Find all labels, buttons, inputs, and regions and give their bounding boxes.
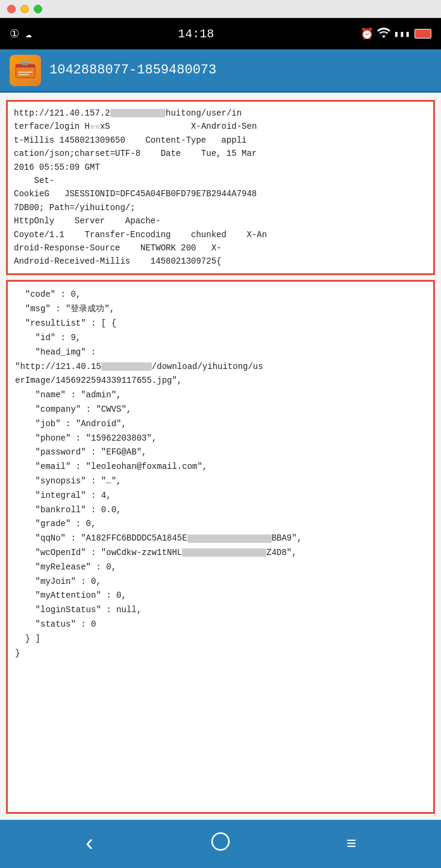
json-status: "status" : 0 bbox=[15, 618, 426, 632]
json-integral: "integral" : 4, bbox=[15, 489, 426, 503]
redacted-wcopenid bbox=[182, 548, 266, 557]
json-code: "code" : 0, bbox=[15, 288, 426, 302]
svg-rect-3 bbox=[18, 74, 29, 75]
svg-rect-5 bbox=[21, 61, 30, 63]
json-head-img-label: "head_img" : bbox=[15, 346, 426, 360]
app-header: 1042888077-1859480073 bbox=[0, 49, 441, 93]
svg-point-6 bbox=[212, 833, 229, 850]
json-name: "name" : "admin", bbox=[15, 388, 426, 403]
redacted-url-1 bbox=[110, 109, 166, 117]
http-line-2: terface/login H☆☆xS X-Android-Sen bbox=[14, 120, 427, 133]
json-email: "email" : "leoleohan@foxmail.com", bbox=[15, 460, 426, 474]
json-end-brace: } bbox=[15, 646, 426, 661]
http-line-12: Android-Received-Millis 1458021309725{ bbox=[14, 255, 427, 268]
window-chrome bbox=[0, 0, 441, 18]
json-head-img-file: erImage/145692259433911​7655.jpg", bbox=[15, 374, 426, 388]
json-response-section: "code" : 0, "msg" : "登录成功", "resultList"… bbox=[6, 280, 435, 814]
app-icon bbox=[10, 55, 41, 86]
json-phone: "phone" : "15962203803", bbox=[15, 432, 426, 446]
svg-rect-2 bbox=[18, 72, 33, 73]
status-icons: ⏰ ▮▮▮ bbox=[360, 27, 431, 41]
json-grade: "grade" : 0, bbox=[15, 517, 426, 532]
wifi-icon bbox=[377, 27, 390, 41]
redacted-url-2 bbox=[101, 362, 152, 371]
http-line-10: Coyote/1.1 Transfer-Encoding chunked X-A… bbox=[14, 228, 427, 241]
json-myattention: "myAttention" : 0, bbox=[15, 589, 426, 603]
json-resultlist-open: "resultList" : [ { bbox=[15, 317, 426, 331]
back-icon: ‹ bbox=[83, 831, 96, 857]
json-msg: "msg" : "登录成功", bbox=[15, 302, 426, 317]
home-icon bbox=[210, 831, 231, 858]
http-line-7: CookieG JSESSIONID=DFC45A04FB0FD79E7B294… bbox=[14, 187, 427, 200]
json-job: "job" : "Android", bbox=[15, 417, 426, 432]
json-wcopenid: "wcOpenId" : "owCdkw-zzw1tNHL Z4D8", bbox=[15, 546, 426, 560]
http-line-11: droid-Response-Source NETWORK 200 X- bbox=[14, 241, 427, 255]
phone-frame: ① ☁ 14:18 ⏰ ▮▮▮ bbox=[0, 18, 441, 868]
close-button[interactable] bbox=[7, 5, 16, 13]
maximize-button[interactable] bbox=[34, 5, 42, 13]
status-time: 14:18 bbox=[32, 27, 360, 41]
back-button[interactable]: ‹ bbox=[72, 826, 108, 862]
alarm-icon: ⏰ bbox=[360, 27, 374, 40]
http-line-1: http://121.40.157.2 huitong/user/in bbox=[14, 107, 427, 120]
json-myjoin: "myJoin" : 0, bbox=[15, 575, 426, 589]
http-line-6: Set- bbox=[14, 174, 427, 187]
json-synopsis: "synopsis" : "…", bbox=[15, 474, 426, 489]
http-line-5: 2016 05:55:09 GMT bbox=[14, 161, 427, 174]
json-password: "password" : "EFG@AB", bbox=[15, 445, 426, 460]
menu-button[interactable]: ≡ bbox=[333, 826, 369, 862]
battery-icon bbox=[414, 29, 431, 39]
json-id: "id" : 9, bbox=[15, 331, 426, 346]
http-line-9: HttpOnly Server Apache- bbox=[14, 214, 427, 228]
minimize-button[interactable] bbox=[20, 5, 29, 13]
json-loginstatus: "loginStatus" : null, bbox=[15, 603, 426, 618]
redacted-qqno bbox=[187, 535, 272, 543]
http-line-8: 7DB00; Path=/yihuitong/; bbox=[14, 201, 427, 214]
http-line-4: cation/json;charset=UTF-8 Date Tue, 15 M… bbox=[14, 147, 427, 160]
json-bankroll: "bankroll" : 0.0, bbox=[15, 503, 426, 518]
json-close-bracket: } ] bbox=[15, 632, 426, 646]
notification-icon-2: ☁ bbox=[25, 27, 32, 40]
status-left: ① ☁ bbox=[10, 27, 32, 40]
signal-icon: ▮▮▮ bbox=[394, 29, 411, 39]
main-content: http://121.40.157.2 huitong/user/in terf… bbox=[0, 93, 441, 820]
bottom-nav: ‹ ≡ bbox=[0, 820, 441, 868]
json-company: "company" : "CWVS", bbox=[15, 403, 426, 417]
json-myrelease: "myRelease" : 0, bbox=[15, 560, 426, 575]
http-request-section: http://121.40.157.2 huitong/user/in terf… bbox=[6, 100, 435, 275]
app-title: 1042888077-1859480073 bbox=[49, 63, 216, 78]
json-qqno: "qqNo" : "A182FFC6BDDDC5A1845E BBA9", bbox=[15, 532, 426, 546]
home-button[interactable] bbox=[202, 826, 239, 862]
notification-icon-1: ① bbox=[10, 27, 19, 40]
http-line-3: t-Millis 1458021309650 Content-Type appl… bbox=[14, 134, 427, 147]
status-bar: ① ☁ 14:18 ⏰ ▮▮▮ bbox=[0, 18, 441, 49]
json-head-img-url: "http://121.40.15 /download/yihuitong/us bbox=[15, 360, 426, 374]
menu-icon: ≡ bbox=[346, 835, 357, 854]
